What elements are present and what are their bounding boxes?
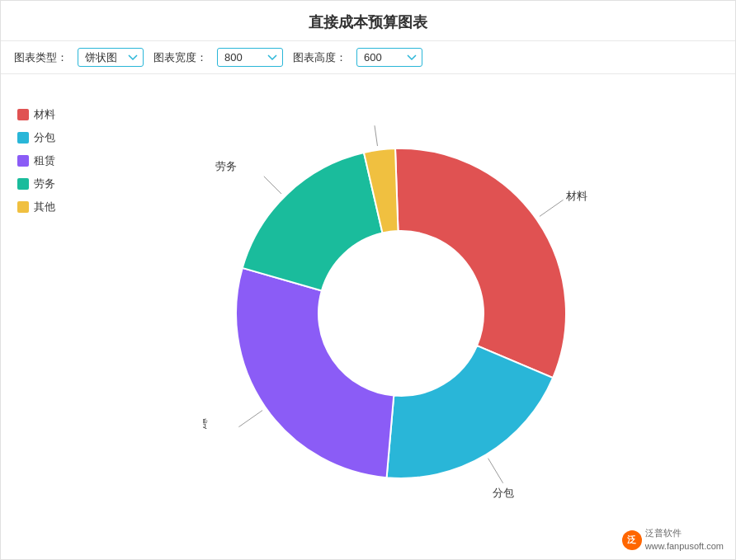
label-line	[264, 176, 281, 193]
legend-label: 材料	[34, 107, 55, 122]
chart-height-select[interactable]: 400 500 600 700	[356, 48, 422, 67]
chart-area: 材料分包租赁劳务其他 材料分包租赁劳务其他	[1, 74, 735, 552]
segment-label: 劳务	[215, 159, 237, 172]
chart-type-label: 图表类型：	[14, 50, 68, 65]
label-line	[375, 125, 377, 146]
legend-color	[17, 178, 29, 190]
legend-label: 分包	[34, 130, 55, 145]
chart-height-label: 图表高度：	[293, 50, 347, 65]
donut-container: 材料分包租赁劳务其他	[83, 82, 719, 544]
chart-width-select[interactable]: 600 700 800 900	[217, 48, 283, 67]
legend-color	[17, 109, 29, 120]
segment-label: 分包	[493, 486, 514, 498]
donut-segment	[395, 148, 566, 378]
donut-segment	[236, 267, 394, 477]
donut-segment	[243, 153, 383, 290]
page-title: 直接成本预算图表	[1, 1, 735, 40]
legend-label: 其他	[34, 200, 55, 214]
legend-item: 其他	[17, 200, 83, 214]
legend-item: 分包	[17, 130, 83, 145]
chart-width-label: 图表宽度：	[153, 50, 207, 65]
legend-item: 材料	[17, 107, 83, 122]
legend-color	[17, 201, 29, 213]
legend-item: 劳务	[17, 176, 83, 191]
brand-url: www.fanpusoft.com	[645, 540, 724, 553]
label-line	[238, 410, 262, 426]
brand-logo-text: 泛	[627, 534, 636, 546]
legend-label: 租赁	[34, 153, 55, 168]
label-line	[488, 458, 503, 482]
toolbar: 图表类型： 饼状图 柱状图 折线图 图表宽度： 600 700 800 900 …	[1, 40, 735, 74]
legend: 材料分包租赁劳务其他	[17, 82, 83, 544]
legend-color	[17, 155, 29, 167]
segment-label: 租赁	[203, 416, 208, 429]
donut-chart: 材料分包租赁劳务其他	[203, 115, 599, 511]
legend-color	[17, 132, 29, 144]
footer: 泛 泛普软件 www.fanpusoft.com	[622, 527, 724, 553]
legend-item: 租赁	[17, 153, 83, 168]
brand-logo-icon: 泛	[622, 530, 642, 550]
segment-label: 材料	[565, 190, 587, 202]
legend-label: 劳务	[34, 176, 55, 191]
label-line	[540, 200, 564, 216]
page-container: 直接成本预算图表 图表类型： 饼状图 柱状图 折线图 图表宽度： 600 700…	[0, 0, 736, 560]
brand-name: 泛普软件	[645, 527, 724, 539]
brand-text: 泛普软件 www.fanpusoft.com	[645, 527, 724, 553]
chart-type-select[interactable]: 饼状图 柱状图 折线图	[78, 48, 144, 67]
